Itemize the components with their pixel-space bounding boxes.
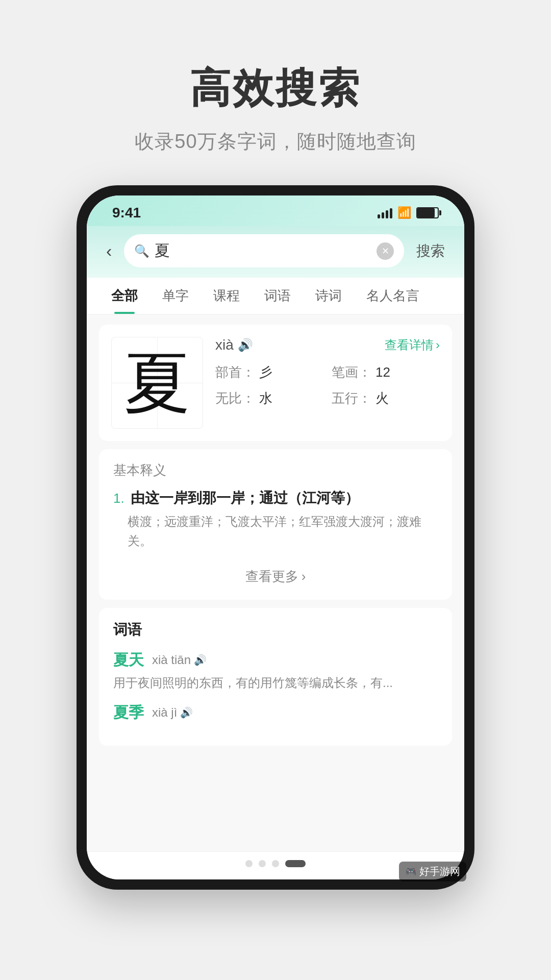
prop-strokes: 笔画： 12 bbox=[332, 363, 440, 381]
tab-words[interactable]: 词语 bbox=[252, 278, 303, 314]
page-subtitle: 收录50万条字词，随时随地查询 bbox=[0, 129, 551, 155]
char-image: 夏 bbox=[111, 337, 203, 429]
word-def-1: 用于夜间照明的东西，有的用竹篾等编成长条，有... bbox=[113, 674, 438, 692]
top-section: 高效搜索 收录50万条字词，随时随地查询 bbox=[0, 0, 551, 185]
prop-label-wuxing: 五行： bbox=[332, 389, 371, 407]
word-row-2: 夏季 xià jì 🔊 bbox=[113, 702, 438, 723]
battery-icon bbox=[416, 207, 439, 218]
search-query[interactable]: 夏 bbox=[155, 240, 371, 261]
meaning-text: 由这一岸到那一岸；通过（江河等） bbox=[131, 490, 359, 506]
status-time: 9:41 bbox=[112, 205, 141, 221]
dot-1 bbox=[245, 860, 253, 867]
phone-screen: 9:41 📶 ‹ 🔍 夏 ✕ 搜索 bbox=[87, 195, 464, 879]
basic-meaning-section: 基本释义 1. 由这一岸到那一岸；通过（江河等） 横渡；远渡重洋；飞渡太平洋；红… bbox=[99, 449, 452, 600]
basic-meaning-title: 基本释义 bbox=[113, 461, 438, 479]
tab-quotes[interactable]: 名人名言 bbox=[354, 278, 432, 314]
dot-2 bbox=[259, 860, 266, 867]
words-section: 词语 夏天 xià tiān 🔊 用于夜间照明的东西，有的用竹篾等编成长条，有.… bbox=[99, 608, 452, 746]
char-info: xià 🔊 查看详情 › 部首： 彡 bbox=[215, 337, 440, 429]
content-area: 夏 xià 🔊 查看详情 › bbox=[87, 314, 464, 851]
prop-wuxing: 五行： 火 bbox=[332, 389, 440, 407]
prop-label-strokes: 笔画： bbox=[332, 363, 371, 381]
prop-radical: 部首： 彡 bbox=[215, 363, 323, 381]
wifi-icon: 📶 bbox=[397, 206, 411, 219]
char-display: 夏 bbox=[124, 350, 190, 416]
back-button[interactable]: ‹ bbox=[102, 239, 116, 263]
watermark-text: 好手游网 bbox=[419, 865, 460, 878]
word-audio-icon-2[interactable]: 🔊 bbox=[180, 706, 193, 719]
tab-single-char[interactable]: 单字 bbox=[150, 278, 201, 314]
meaning-examples: 横渡；远渡重洋；飞渡太平洋；红军强渡大渡河；渡难关。 bbox=[113, 512, 438, 551]
word-audio-icon-1[interactable]: 🔊 bbox=[194, 654, 207, 666]
prop-value-radical: 彡 bbox=[259, 363, 272, 381]
tab-all[interactable]: 全部 bbox=[99, 278, 150, 314]
char-pinyin: xià 🔊 bbox=[215, 337, 253, 353]
page-title: 高效搜索 bbox=[0, 61, 551, 116]
char-pinyin-row: xià 🔊 查看详情 › bbox=[215, 337, 440, 353]
search-button[interactable]: 搜索 bbox=[412, 239, 449, 263]
search-input-wrap: 🔍 夏 ✕ bbox=[124, 234, 404, 267]
char-card: 夏 xià 🔊 查看详情 › bbox=[99, 325, 452, 441]
pinyin-text: xià bbox=[215, 337, 234, 353]
dot-3 bbox=[272, 860, 279, 867]
prop-wubi: 无比： 水 bbox=[215, 389, 323, 407]
search-icon: 🔍 bbox=[134, 244, 149, 258]
tabs-area: 全部 单字 课程 词语 诗词 名人名言 bbox=[87, 278, 464, 314]
prop-value-strokes: 12 bbox=[375, 364, 390, 380]
tab-poetry[interactable]: 诗词 bbox=[303, 278, 354, 314]
char-props: 部首： 彡 笔画： 12 无比： 水 五行： 火 bbox=[215, 363, 440, 407]
meaning-item-1: 1. 由这一岸到那一岸；通过（江河等） 横渡；远渡重洋；飞渡太平洋；红军强渡大渡… bbox=[113, 488, 438, 551]
watermark: 🎮 好手游网 bbox=[399, 862, 466, 881]
view-more-button[interactable]: 查看更多 › bbox=[113, 559, 438, 587]
prop-value-wuxing: 火 bbox=[375, 389, 389, 407]
prop-label-radical: 部首： bbox=[215, 363, 255, 381]
meaning-num: 1. bbox=[113, 491, 124, 506]
prop-label-wubi: 无比： bbox=[215, 389, 255, 407]
words-title: 词语 bbox=[113, 620, 438, 640]
word-row-1: 夏天 xià tiān 🔊 bbox=[113, 650, 438, 671]
status-bar: 9:41 📶 bbox=[87, 195, 464, 226]
view-detail-button[interactable]: 查看详情 › bbox=[385, 337, 440, 353]
word-item-1: 夏天 xià tiān 🔊 用于夜间照明的东西，有的用竹篾等编成长条，有... bbox=[113, 650, 438, 692]
dot-4-active bbox=[285, 860, 306, 867]
prop-value-wubi: 水 bbox=[259, 389, 272, 407]
signal-icon bbox=[378, 207, 392, 218]
word-pinyin-2: xià jì 🔊 bbox=[152, 705, 193, 720]
phone-mockup: 9:41 📶 ‹ 🔍 夏 ✕ 搜索 bbox=[77, 185, 474, 890]
tab-course[interactable]: 课程 bbox=[201, 278, 252, 314]
word-pinyin-1: xià tiān 🔊 bbox=[152, 653, 207, 667]
word-item-2: 夏季 xià jì 🔊 bbox=[113, 702, 438, 723]
status-icons: 📶 bbox=[378, 206, 439, 219]
clear-button[interactable]: ✕ bbox=[377, 242, 394, 260]
search-area: ‹ 🔍 夏 ✕ 搜索 bbox=[87, 226, 464, 278]
word-text-1[interactable]: 夏天 bbox=[113, 650, 144, 671]
audio-icon[interactable]: 🔊 bbox=[238, 338, 253, 352]
word-text-2[interactable]: 夏季 bbox=[113, 702, 144, 723]
